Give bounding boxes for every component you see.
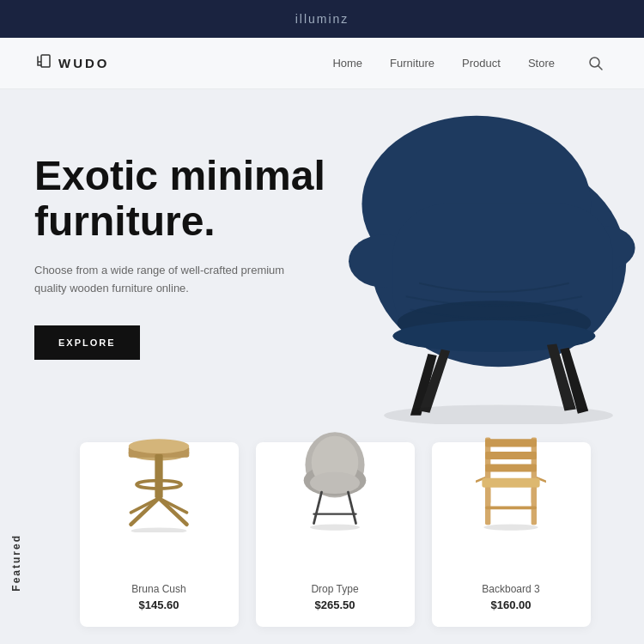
svg-rect-26 bbox=[485, 464, 537, 471]
logo-text: WUDO bbox=[58, 56, 110, 70]
explore-button[interactable]: EXPLORE bbox=[34, 325, 140, 360]
svg-point-16 bbox=[131, 527, 187, 532]
product-price-2: $265.50 bbox=[315, 598, 355, 611]
brand-name: illuminz bbox=[295, 12, 349, 26]
product-image-1 bbox=[103, 416, 215, 537]
nav-links: Home Furniture Product Store bbox=[332, 50, 610, 77]
svg-rect-25 bbox=[485, 451, 537, 459]
svg-rect-24 bbox=[485, 439, 537, 447]
featured-label: Featured bbox=[10, 534, 22, 592]
product-image-2 bbox=[279, 416, 391, 537]
product-price-3: $160.00 bbox=[491, 598, 532, 611]
product-name-3: Backboard 3 bbox=[482, 583, 539, 595]
svg-rect-0 bbox=[41, 55, 50, 67]
products-row: Bruna Cush $145.60 bbox=[69, 442, 601, 627]
product-image-3 bbox=[455, 416, 567, 537]
product-card-1[interactable]: Bruna Cush $145.60 bbox=[80, 442, 239, 627]
svg-line-2 bbox=[598, 65, 603, 70]
logo-icon bbox=[34, 52, 53, 75]
top-bar: illuminz bbox=[0, 0, 644, 38]
svg-rect-30 bbox=[485, 506, 537, 509]
logo[interactable]: WUDO bbox=[34, 52, 110, 75]
product-price-1: $145.60 bbox=[139, 598, 179, 611]
svg-rect-27 bbox=[482, 477, 539, 487]
nav-home[interactable]: Home bbox=[332, 57, 362, 70]
hero-title: Exotic minimal furniture. bbox=[34, 154, 395, 245]
svg-point-31 bbox=[483, 524, 538, 530]
product-card-3[interactable]: Backboard 3 $160.00 bbox=[432, 442, 591, 627]
svg-point-13 bbox=[129, 439, 190, 453]
hero-subtitle: Choose from a wide range of well-crafted… bbox=[34, 262, 292, 298]
navbar: WUDO Home Furniture Product Store bbox=[0, 38, 644, 89]
product-name-1: Bruna Cush bbox=[131, 583, 185, 595]
hero-section: Exotic minimal furniture. Choose from a … bbox=[0, 89, 644, 424]
svg-rect-14 bbox=[155, 454, 162, 498]
search-button[interactable] bbox=[582, 50, 610, 77]
nav-store[interactable]: Store bbox=[528, 57, 555, 70]
svg-point-21 bbox=[310, 524, 360, 530]
featured-section: Featured bbox=[0, 424, 644, 644]
hero-content: Exotic minimal furniture. Choose from a … bbox=[34, 154, 395, 359]
nav-furniture[interactable]: Furniture bbox=[390, 57, 434, 70]
nav-product[interactable]: Product bbox=[462, 57, 501, 70]
product-name-2: Drop Type bbox=[311, 583, 358, 595]
product-card-2[interactable]: Drop Type $265.50 bbox=[256, 442, 415, 627]
svg-point-9 bbox=[392, 320, 595, 352]
svg-point-20 bbox=[310, 471, 360, 493]
